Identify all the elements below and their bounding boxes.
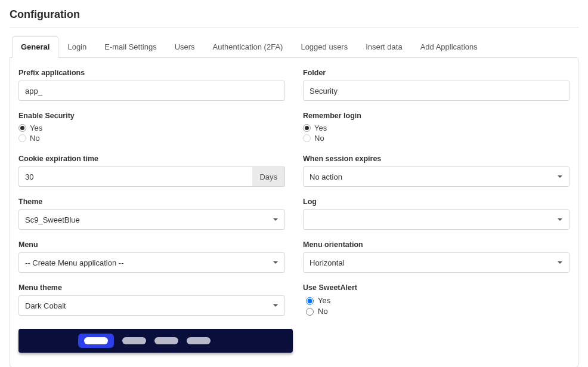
use-sweetalert-no-radio[interactable] — [306, 308, 314, 316]
tab-add-applications[interactable]: Add Applications — [411, 36, 487, 58]
remember-login-yes-radio[interactable] — [303, 124, 311, 132]
cookie-expiration-unit: Days — [252, 166, 285, 187]
remember-login-no-label: No — [314, 134, 324, 143]
page-title: Configuration — [10, 8, 578, 21]
menu-theme-label: Menu theme — [18, 283, 285, 292]
menu-select[interactable]: -- Create Menu application -- — [18, 252, 285, 273]
theme-label: Theme — [18, 198, 285, 206]
tab-authentication[interactable]: Authentication (2FA) — [204, 36, 292, 58]
use-sweetalert-no-label: No — [318, 307, 328, 316]
tab-logged-users[interactable]: Logged users — [292, 36, 357, 58]
cookie-expiration-input[interactable] — [18, 166, 252, 187]
enable-security-label: Enable Security — [18, 112, 285, 120]
general-panel: Prefix applications Folder Enable Securi… — [10, 57, 578, 367]
menu-preview-pill — [187, 337, 211, 344]
tab-insert-data[interactable]: Insert data — [357, 36, 411, 58]
menu-theme-select[interactable]: Dark Cobalt — [18, 295, 285, 316]
menu-orientation-label: Menu orientation — [303, 240, 570, 249]
tab-email-settings[interactable]: E-mail Settings — [95, 36, 165, 58]
when-session-expires-select[interactable]: No action — [303, 166, 570, 187]
folder-label: Folder — [303, 69, 570, 77]
enable-security-yes-label: Yes — [30, 124, 42, 132]
theme-select[interactable]: Sc9_SweetBlue — [18, 209, 285, 230]
menu-orientation-select[interactable]: Horizontal — [303, 252, 570, 273]
enable-security-yes-radio[interactable] — [18, 124, 26, 132]
tabs-bar: General Login E-mail Settings Users Auth… — [10, 36, 578, 57]
prefix-applications-label: Prefix applications — [18, 69, 285, 77]
enable-security-no-radio[interactable] — [18, 134, 26, 142]
remember-login-label: Remember login — [303, 112, 570, 120]
cookie-expiration-label: Cookie expiration time — [18, 155, 285, 163]
log-label: Log — [303, 198, 570, 206]
when-session-expires-label: When session expires — [303, 155, 570, 163]
enable-security-no-label: No — [30, 134, 40, 143]
menu-preview-pill — [122, 337, 146, 344]
log-select[interactable] — [303, 209, 570, 230]
tab-users[interactable]: Users — [166, 36, 204, 58]
use-sweetalert-yes-label: Yes — [318, 296, 330, 305]
use-sweetalert-label: Use SweetAlert — [303, 283, 570, 292]
folder-input[interactable] — [303, 81, 570, 101]
menu-preview-pill — [84, 337, 108, 344]
menu-theme-preview — [18, 329, 293, 353]
menu-label: Menu — [18, 240, 285, 249]
tab-general[interactable]: General — [12, 36, 58, 58]
menu-preview-active-item — [78, 334, 114, 348]
menu-preview-pill — [154, 337, 178, 344]
remember-login-no-radio[interactable] — [303, 134, 311, 142]
title-divider — [10, 27, 578, 27]
remember-login-yes-label: Yes — [314, 124, 327, 132]
tab-login[interactable]: Login — [58, 36, 95, 58]
use-sweetalert-yes-radio[interactable] — [306, 297, 314, 305]
prefix-applications-input[interactable] — [18, 81, 285, 101]
